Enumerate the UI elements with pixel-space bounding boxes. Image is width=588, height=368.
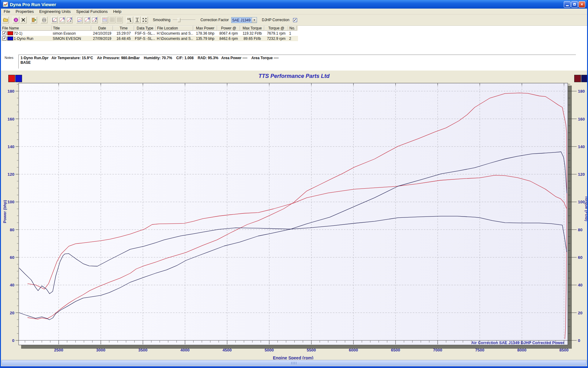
restore-icon — [573, 3, 576, 6]
svg-text:100: 100 — [578, 200, 585, 204]
notes-box[interactable]: 1-Dyno Run.Dpr Air Temperature: 15.9°C A… — [18, 55, 576, 69]
chevron-down-icon[interactable]: ▼ — [252, 17, 257, 23]
run2-date: 27/09/2019 — [91, 36, 113, 41]
restore-button[interactable] — [571, 1, 578, 8]
exit-button[interactable] — [30, 17, 37, 23]
menu-special-functions[interactable]: Special Functions — [74, 9, 111, 14]
print-button[interactable] — [41, 17, 47, 23]
svg-text:100: 100 — [7, 200, 14, 204]
svg-text:5500: 5500 — [307, 348, 316, 352]
col-max-power[interactable]: Max Power — [193, 26, 217, 31]
menu-file[interactable]: File — [1, 9, 13, 14]
menu-properties[interactable]: Properties — [13, 9, 36, 14]
graph-run-2-button[interactable]: 2 — [84, 17, 90, 23]
run1-data-type: FSF-S -SL... — [134, 31, 156, 36]
values-123-glyph: 123 — [127, 17, 131, 20]
col-max-torque[interactable]: Max Torque — [240, 26, 264, 31]
svg-text:3000: 3000 — [96, 348, 105, 352]
col-torque-at[interactable]: Torque @ — [264, 26, 288, 31]
svg-text:4500: 4500 — [223, 348, 232, 352]
svg-text:20: 20 — [10, 311, 14, 315]
graph-run-1-shift-button[interactable]: 1 — [66, 17, 73, 23]
svg-text:180: 180 — [578, 89, 585, 94]
run2-max-torque: 89.65 Ft/lb — [240, 36, 264, 41]
col-date[interactable]: Date — [91, 26, 113, 31]
svg-text:3500: 3500 — [138, 348, 148, 352]
svg-text:180: 180 — [7, 89, 14, 94]
horizontal-scrollbar[interactable] — [1, 359, 587, 366]
col-file-location[interactable]: File Location — [156, 26, 193, 31]
show-values-button[interactable]: 123 — [126, 17, 133, 23]
run1-enabled-checkbox[interactable]: ✓ — [2, 31, 6, 35]
notes-line2: BASE — [21, 60, 31, 65]
djhp-correction-checkbox[interactable]: ✓ — [293, 18, 297, 22]
minimize-button[interactable] — [564, 1, 571, 8]
graph-run-1-button[interactable]: 1 — [58, 17, 65, 23]
zoom-full-button[interactable] — [141, 17, 148, 23]
menu-engineering-units[interactable]: Engineering Units — [36, 9, 74, 14]
delete-run-button[interactable] — [20, 17, 27, 23]
run1-file-location: H:\Documents and S... — [156, 31, 193, 36]
col-file-name[interactable]: File Name — [1, 26, 52, 31]
window-title: Dyna Pro Run Viewer — [10, 2, 56, 7]
svg-text:8500: 8500 — [560, 348, 569, 352]
run1-number-glyph: 1 — [63, 17, 65, 20]
run2-power-at: 8462.6 rpm — [217, 36, 240, 41]
run1-max-torque: 119.32 Ft/lb — [240, 31, 264, 36]
table-row[interactable]: ✓ 72-1) simon Evason 24/10/2019 15:29:07… — [1, 31, 298, 36]
run2-number-glyph: 2 — [96, 17, 97, 20]
graph-multi-button[interactable] — [101, 17, 108, 23]
graph-run-2-shift-button[interactable]: 2 — [91, 17, 98, 23]
run1-number-glyph: 1 — [70, 17, 72, 20]
menu-help[interactable]: Help — [110, 9, 124, 14]
svg-text:140: 140 — [578, 144, 585, 149]
minimize-icon — [566, 5, 569, 6]
svg-text:6000: 6000 — [349, 348, 358, 352]
fit-vertical-icon — [135, 17, 140, 22]
close-button[interactable]: × — [579, 1, 585, 8]
smoothing-slider[interactable] — [173, 17, 195, 23]
grid-minor-button[interactable] — [116, 17, 123, 23]
svg-text:160: 160 — [7, 117, 14, 121]
svg-text:4000: 4000 — [180, 348, 190, 352]
col-no[interactable]: No. — [288, 26, 297, 31]
expand-arrows-icon — [142, 17, 147, 22]
col-title[interactable]: Title — [52, 26, 91, 31]
svg-text:80: 80 — [10, 228, 14, 232]
smoothing-label: Smoothing — [153, 18, 170, 22]
run1-time: 15:29:07 — [113, 31, 134, 36]
info-button[interactable] — [13, 17, 19, 23]
open-file-button[interactable] — [2, 17, 9, 23]
correction-factor-select[interactable]: SAE J1349 ▼ — [231, 17, 257, 23]
scrollbar-grip-icon — [291, 362, 297, 364]
slider-thumb[interactable] — [178, 18, 180, 22]
run-list-header: File Name Title Date Time Data Type File… — [1, 26, 298, 31]
graph-torque-button[interactable] — [76, 17, 83, 23]
title-bar: Dyna Pro Run Viewer × — [1, 0, 587, 9]
run2-color-swatch — [7, 36, 13, 40]
dyno-plot[interactable]: 2500300035004000450050005500600065007000… — [1, 71, 588, 359]
run1-no: 1 — [288, 31, 297, 36]
djhp-correction-label: DJHP Correction — [262, 18, 289, 22]
table-row[interactable]: ✓ 1-Dyno Run SIMON EVESON 27/09/2019 16:… — [1, 36, 298, 41]
fit-vertical-button[interactable] — [134, 17, 141, 23]
graph-power-button[interactable] — [51, 17, 58, 23]
col-time[interactable]: Time — [113, 26, 134, 31]
run2-file-location: H:\Documents and S... — [156, 36, 193, 41]
run2-time: 16:48:45 — [113, 36, 134, 41]
close-icon: × — [581, 2, 583, 7]
svg-text:7000: 7000 — [433, 348, 442, 352]
run2-enabled-checkbox[interactable]: ✓ — [2, 36, 6, 40]
svg-text:Power (bhp): Power (bhp) — [2, 200, 7, 223]
col-data-type[interactable]: Data Type — [134, 26, 156, 31]
svg-text:2500: 2500 — [54, 348, 63, 352]
app-window: Dyna Pro Run Viewer × File Properties En… — [0, 0, 588, 368]
grid-major-button[interactable] — [109, 17, 115, 23]
svg-text:160: 160 — [578, 117, 585, 121]
info-icon — [13, 17, 18, 22]
power-graph-icon — [52, 17, 57, 22]
run1-color-swatch — [7, 31, 13, 35]
scrollbar-thumb[interactable] — [2, 360, 586, 366]
col-power-at[interactable]: Power @ — [217, 26, 240, 31]
svg-text:60: 60 — [10, 255, 14, 260]
